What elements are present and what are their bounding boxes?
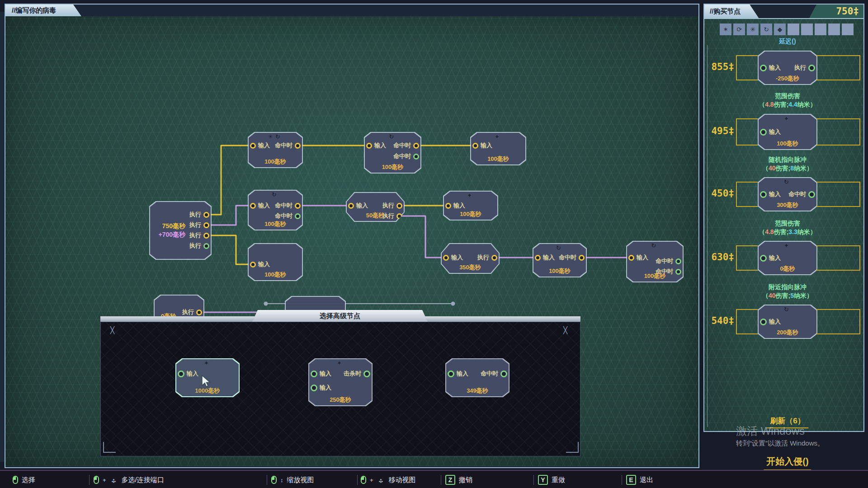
port-dot[interactable] [500,371,507,377]
toolbar-label: 多选/连接端口 [122,476,164,484]
input-port[interactable]: 输入 [535,254,555,261]
exec-port[interactable]: 执行 [794,64,815,71]
port-dot[interactable] [311,385,317,391]
strongest-pulse[interactable]: 最强指向脉冲（20伤害;8纳米）↻输入命中时100毫秒 [533,243,587,277]
port-dot[interactable] [760,191,767,198]
parallel-pulse-top[interactable]: 并行脉冲（12伤害;6纳米）↻输入命中时命中时100毫秒 [364,132,421,174]
traverse-all[interactable]: 遍历所有单位（范围）（2.75纳米）输入命中时349毫秒 [445,358,509,397]
parallel-pulse-mid[interactable]: 并行脉冲（12伤害;6纳米）↻输入命中时命中时100毫秒 [248,190,303,230]
exec-port[interactable]: 执行 [189,211,209,218]
port-dot[interactable] [760,255,767,262]
area-damage-top[interactable]: 范围伤害（4.8伤害;4.4纳米）✦输入100毫秒 [470,132,526,165]
port-dot[interactable] [579,255,585,261]
port-dot[interactable] [491,255,497,261]
on-hit-port[interactable]: 命中时 [656,258,681,265]
port-dot[interactable] [295,203,301,209]
exec-port[interactable]: 执行 [477,254,497,261]
input-port[interactable]: 输入 [443,254,463,261]
input-port[interactable]: 输入 [311,384,331,391]
input-port[interactable]: 输入 [760,318,781,325]
input-port[interactable]: 输入 [250,202,270,209]
input-port[interactable]: 输入 [472,142,492,149]
on-hit-port[interactable]: 命中时 [275,202,301,209]
port-dot[interactable] [311,371,317,377]
spiral-filter-button[interactable]: ↻ [760,23,772,35]
input-port[interactable]: 输入 [250,142,270,149]
input-port[interactable]: 输入 [448,370,468,377]
input-port[interactable]: 输入 [178,370,198,377]
empty-slot[interactable] [828,23,840,35]
burst-filter-button[interactable]: ✶ [720,23,731,35]
port-dot[interactable] [178,371,184,377]
input-port[interactable]: 输入 [760,128,781,136]
port-dot[interactable] [535,255,541,261]
port-dot[interactable] [250,262,256,267]
port-dot[interactable] [808,191,815,198]
input-port[interactable]: 输入 [760,254,781,262]
traverse-node[interactable]: 遍历（3）输入执行350毫秒 [441,243,500,274]
port-dot[interactable] [348,203,354,209]
port-dot[interactable] [443,255,449,261]
port-dot[interactable] [250,203,256,209]
port-dot[interactable] [250,143,256,149]
port-dot[interactable] [413,143,419,149]
port-dot[interactable] [203,243,209,249]
input-port[interactable]: 输入 [760,191,781,198]
push-node[interactable]: 推离（2.5纳米）输入100毫秒 [248,243,303,281]
start-hack-button[interactable]: 开始入侵() [764,455,811,470]
on-kill-port[interactable]: 击杀时 [344,370,370,377]
port-dot[interactable] [760,65,767,71]
cycle-filter-button[interactable]: ⟳ [733,23,745,35]
exec-port[interactable]: 执行 [189,242,209,249]
empty-slot[interactable] [842,23,854,35]
input-port[interactable]: 输入 [628,254,648,261]
port-dot[interactable] [196,310,202,315]
port-dot[interactable] [396,203,402,209]
on-hit-port[interactable]: 命中时 [275,142,301,149]
on-hit-port[interactable]: 命中时 [393,153,419,160]
input-port[interactable]: 输入 [348,202,368,209]
port-dot[interactable] [448,371,454,377]
port-dot[interactable] [413,154,419,160]
input-port[interactable]: 输入 [311,370,331,377]
port-dot[interactable] [203,212,209,218]
periodic-trigger[interactable]: 周期触发()750毫秒+700毫秒执行执行执行执行 [149,201,212,260]
area-damage-mid[interactable]: 范围伤害（4.8伤害;4.4纳米）✦输入100毫秒 [443,191,498,221]
port-label: 命中时 [275,202,292,210]
on-hit-port[interactable]: 命中时 [559,254,585,261]
port-dot[interactable] [203,222,209,228]
port-dot[interactable] [366,143,372,149]
empty-slot[interactable] [801,23,813,35]
input-port[interactable]: 输入 [250,261,270,268]
port-dot[interactable] [675,258,681,264]
parallel-pulse-right[interactable]: 并行脉冲（12伤害;6纳米）↻输入命中时命中时100毫秒 [626,241,684,282]
port-dot[interactable] [295,213,301,219]
exec-port[interactable]: 执行 [382,202,402,209]
on-hit-port[interactable]: 命中时 [481,370,507,377]
port-dot[interactable] [363,371,370,377]
empty-slot[interactable] [788,23,799,35]
input-port[interactable]: 输入 [445,202,465,209]
input-port[interactable]: 输入 [760,64,781,71]
port-dot[interactable] [472,143,478,149]
claw-filter-button[interactable]: ✳ [747,23,759,35]
area-damage-adv[interactable]: 范围伤害（2.4伤害;3.85纳米）✦输入输入击杀时250毫秒 [308,358,373,406]
parallel-node[interactable]: 并行()输入执行执行50毫秒 [346,192,405,222]
port-dot[interactable] [445,203,451,209]
on-hit-port[interactable]: 命中时 [275,212,301,220]
exec-port[interactable]: 执行 [189,221,209,229]
port-dot[interactable] [628,255,634,261]
diamond-filter-button[interactable]: ◆ [774,23,786,35]
port-dot[interactable] [203,233,209,239]
port-dot[interactable] [295,143,301,149]
overclock-pulse[interactable]: 超频脉冲（12伤害;6纳米）✳↻输入命中时100毫秒 [248,132,303,168]
exec-port[interactable]: 执行 [182,309,202,316]
on-hit-port[interactable]: 命中时 [788,191,815,198]
exec-port[interactable]: 执行 [189,232,209,239]
input-port[interactable]: 输入 [366,142,386,149]
on-hit-port[interactable]: 命中时 [393,142,419,149]
port-dot[interactable] [808,65,815,71]
empty-slot[interactable] [815,23,826,35]
port-dot[interactable] [760,319,767,325]
port-dot[interactable] [760,129,767,136]
